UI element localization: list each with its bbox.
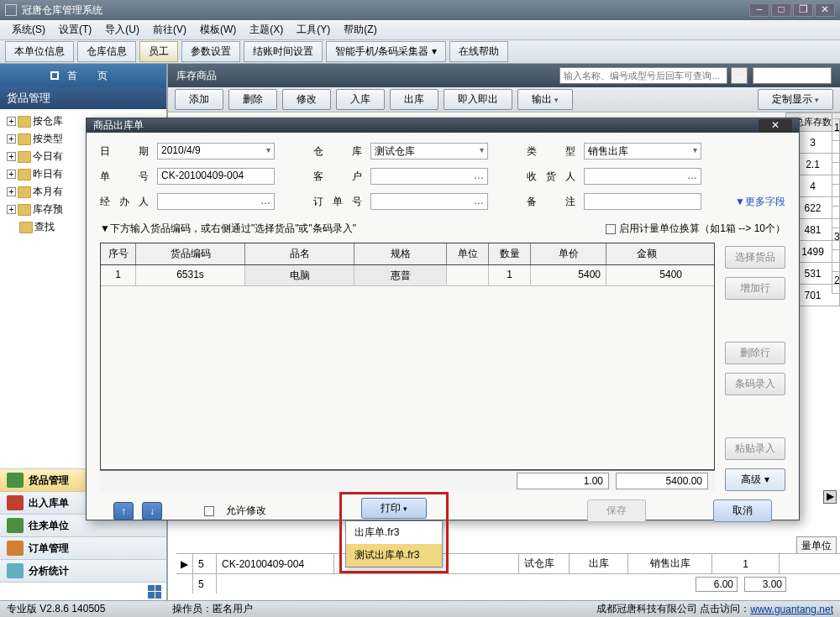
more-fields-link[interactable]: ▼更多字段	[735, 195, 785, 209]
grid-row[interactable]: 1 6531s 电脑 惠普 1 5400 5400	[101, 265, 714, 286]
print-menu-item[interactable]: 测试出库单.fr3	[346, 544, 442, 567]
grid-view-icon[interactable]	[148, 585, 161, 599]
handler-input[interactable]	[157, 193, 275, 210]
date-input[interactable]: 2010/4/9	[157, 143, 275, 159]
search-scope-select[interactable]: 搜索仓库范围	[753, 67, 832, 84]
unit-conv-checkbox[interactable]	[606, 224, 616, 234]
toolbar-button[interactable]: 入库	[336, 89, 385, 110]
unit-conv-label: 启用计量单位换算（如1箱 --> 10个）	[619, 222, 785, 236]
order-no-input[interactable]: CK-20100409-004	[157, 168, 275, 185]
menu-item[interactable]: 主题(X)	[243, 21, 290, 39]
grid-header: 单位	[447, 243, 489, 264]
grid-side-button[interactable]: 增加行	[725, 277, 785, 300]
restore-button[interactable]: □	[771, 3, 791, 17]
print-button[interactable]: 打印	[361, 498, 427, 519]
grid-side-button[interactable]: 高级 ▾	[725, 468, 785, 491]
warehouse-select[interactable]: 测试仓库	[370, 143, 488, 159]
menu-item[interactable]: 模板(W)	[193, 21, 243, 39]
tree-expand-icon[interactable]: +	[7, 205, 16, 214]
tab-button[interactable]: 智能手机/条码采集器 ▾	[326, 41, 446, 62]
label-order-id: 订 单 号	[313, 195, 364, 209]
status-bar: 专业版 V2.8.6 140505 操作员：匿名用户 成都冠唐科技有限公司 点击…	[0, 600, 840, 617]
toolbar-button[interactable]: 出库	[390, 89, 438, 110]
window-titlebar: 冠唐仓库管理系统 – □ ❐ ✕	[0, 0, 840, 20]
grid-header: 金额	[606, 243, 687, 264]
items-grid: 序号货品编码品名规格单位数量单价金额 1 6531s 电脑 惠普 1 5400 …	[100, 243, 715, 470]
search-more-button[interactable]: …	[731, 67, 748, 84]
menu-item[interactable]: 系统(S)	[5, 21, 52, 39]
operator-label: 操作员：匿名用户	[172, 602, 253, 616]
grid-side-button[interactable]: 删除行	[725, 342, 785, 364]
maximize-button[interactable]: ❐	[793, 3, 813, 17]
toolbar-button[interactable]: 即入即出	[444, 89, 512, 110]
tab-button[interactable]: 参数设置	[181, 41, 240, 62]
tree-expand-icon[interactable]: +	[7, 170, 16, 179]
label-warehouse: 仓 库	[313, 144, 364, 159]
grid-side-button[interactable]: 粘贴录入	[725, 437, 785, 460]
remark-input[interactable]	[584, 193, 701, 210]
toolbar-button[interactable]: 输出	[517, 89, 573, 110]
menu-bar: 系统(S)设置(T)导入(U)前往(V)模板(W)主题(X)工具(Y)帮助(Z)	[0, 20, 840, 40]
print-dropdown-area: 打印 出库单.fr3 测试出库单.fr3	[339, 492, 449, 573]
tab-button[interactable]: 在线帮助	[449, 41, 508, 62]
tree-expand-icon[interactable]: +	[7, 134, 16, 144]
print-menu: 出库单.fr3 测试出库单.fr3	[345, 520, 443, 567]
receiver-input[interactable]	[584, 168, 701, 185]
next-record-button[interactable]: ↓	[142, 502, 162, 520]
close-button[interactable]: ✕	[815, 3, 835, 17]
row-indicator-icon: ▶	[176, 554, 193, 573]
tab-button[interactable]: 员工	[139, 41, 178, 62]
label-remark: 备 注	[527, 195, 577, 209]
prev-record-button[interactable]: ↑	[113, 502, 134, 520]
scroll-right-button[interactable]: ▶	[823, 490, 837, 504]
menu-item[interactable]: 导入(U)	[98, 21, 146, 39]
bottom-grid: ▶ 5 CK-20100409-004 试仓库 出库 销售出库 1 5	[176, 553, 840, 593]
folder-icon	[18, 133, 31, 145]
sidebar-module[interactable]: 订单管理	[0, 536, 166, 559]
label-customer: 客 户	[313, 170, 364, 184]
menu-item[interactable]: 帮助(Z)	[337, 21, 383, 39]
label-handler: 经 办 人	[100, 195, 150, 209]
hint-text: ▼下方输入货品编码，或右侧通过"选择货品"或"条码录入"	[100, 222, 356, 236]
sidebar-home[interactable]: 首 页	[0, 64, 166, 87]
tree-expand-icon[interactable]: +	[7, 152, 16, 161]
save-button[interactable]: 保存	[587, 499, 646, 522]
grid-footer: 1.00 5400.00	[100, 470, 715, 491]
toolbar-button[interactable]: 添加	[175, 89, 223, 110]
order-id-input[interactable]	[370, 193, 488, 210]
module-icon	[7, 473, 24, 488]
allow-modify-checkbox[interactable]	[204, 506, 214, 516]
menu-item[interactable]: 前往(V)	[146, 21, 193, 39]
company-url[interactable]: www.guantang.net	[750, 604, 833, 615]
grid-side-button[interactable]: 条码录入	[725, 373, 785, 395]
folder-icon	[18, 204, 31, 216]
dialog-close-button[interactable]: ✕	[759, 119, 792, 133]
bottom-row[interactable]: ▶ 5 CK-20100409-004 试仓库 出库 销售出库 1	[176, 553, 840, 573]
tab-button[interactable]: 仓库信息	[77, 41, 136, 62]
sidebar-section-header: 货品管理	[0, 87, 166, 109]
folder-icon	[18, 186, 31, 198]
tree-expand-icon[interactable]: +	[7, 117, 16, 126]
print-menu-item[interactable]: 出库单.fr3	[346, 521, 442, 544]
tab-button[interactable]: 本单位信息	[5, 41, 74, 62]
module-icon	[7, 518, 24, 533]
summary-value-1[interactable]	[696, 577, 738, 592]
tree-expand-icon[interactable]: +	[7, 187, 16, 196]
tab-button[interactable]: 结账时间设置	[244, 41, 323, 62]
toolbar-button[interactable]: 删除	[228, 89, 277, 110]
cancel-button[interactable]: 取消	[713, 499, 772, 522]
toolbar-button[interactable]: 修改	[282, 89, 331, 110]
label-order-no: 单 号	[100, 170, 150, 184]
grid-side-button[interactable]: 选择货品	[725, 246, 785, 269]
dialog-title: 商品出库单	[93, 118, 144, 133]
search-input[interactable]	[559, 67, 727, 84]
grid-header: 规格	[354, 243, 447, 264]
menu-item[interactable]: 设置(T)	[52, 21, 98, 39]
menu-item[interactable]: 工具(Y)	[290, 21, 337, 39]
minimize-button[interactable]: –	[749, 3, 769, 17]
sidebar-module[interactable]: 分析统计	[0, 559, 166, 582]
type-select[interactable]: 销售出库	[584, 143, 701, 159]
summary-value-2[interactable]	[744, 577, 786, 592]
custom-display-button[interactable]: 定制显示	[758, 89, 833, 110]
customer-input[interactable]	[370, 168, 488, 185]
